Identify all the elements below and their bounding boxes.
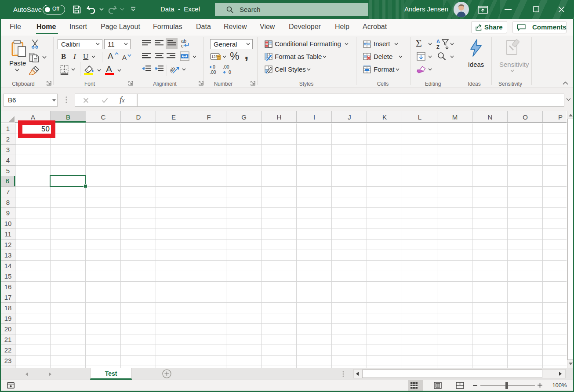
svg-text:123: 123: [211, 54, 218, 59]
svg-text:Z: Z: [436, 44, 440, 50]
svg-text:.00: .00: [210, 69, 216, 75]
svg-text:A: A: [436, 39, 440, 44]
svg-text:0: 0: [213, 64, 215, 69]
svg-text:0: 0: [229, 69, 231, 75]
svg-text:c: c: [181, 43, 184, 48]
svg-text:.00: .00: [223, 64, 229, 69]
